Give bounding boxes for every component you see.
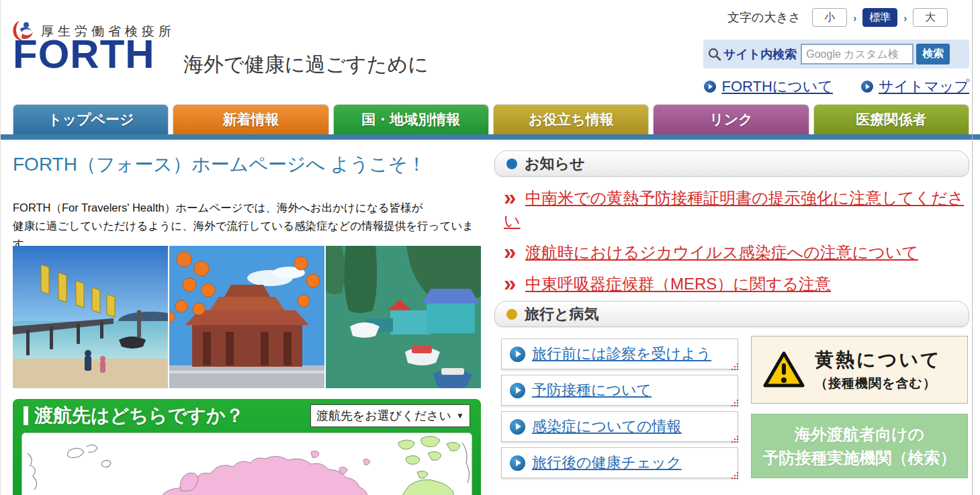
destination-selector-panel: 渡航先はどちらですか？ 渡航先をお選びください ▼ bbox=[13, 399, 481, 495]
destination-header: 渡航先はどちらですか？ 渡航先をお選びください ▼ bbox=[13, 399, 481, 433]
chevron-separator-icon: › bbox=[853, 12, 856, 24]
travel-section-header: 旅行と病気 bbox=[494, 301, 969, 327]
sitemap-link[interactable]: サイトマップ bbox=[861, 77, 969, 97]
tab-top-page[interactable]: トップページ bbox=[13, 104, 169, 134]
destination-heading: 渡航先はどちらですか？ bbox=[34, 403, 244, 429]
bullet-dot-icon bbox=[506, 309, 517, 320]
vaccination-search-line2: 予防接種実施機関（検索） bbox=[763, 446, 956, 469]
photo-temple-lanterns bbox=[169, 246, 324, 388]
text-size-small-button[interactable]: 小 bbox=[812, 8, 847, 27]
world-map[interactable] bbox=[21, 433, 472, 495]
news-section-header: お知らせ bbox=[494, 150, 969, 177]
forth-homepage: 厚生労働省検疫所 FORTH 海外で健康に過ごすために 文字の大きさ 小 › 標… bbox=[0, 0, 980, 495]
news-item[interactable]: »渡航時におけるジカウイルス感染症への注意について bbox=[494, 241, 969, 264]
travel-links: 旅行前には診察を受けよう 予防接種について 感染症についての情報 旅行後の健康チ… bbox=[501, 339, 738, 484]
arrow-circle-icon bbox=[861, 81, 873, 93]
intro-line-1: FORTH（For Travelers' Health）ホームページでは、海外へ… bbox=[13, 199, 483, 217]
utility-links: FORTHについて サイトマップ bbox=[678, 77, 969, 97]
text-size-label: 文字の大きさ bbox=[727, 9, 801, 26]
yellow-fever-banner[interactable]: 黄熱について （接種機関を含む） bbox=[751, 336, 968, 404]
news-link[interactable]: 中南米での黄熱予防接種証明書の提示強化に注意してください bbox=[504, 189, 964, 230]
travel-link-vaccination[interactable]: 予防接種について bbox=[501, 375, 738, 406]
site-tagline: 海外で健康に過ごすために bbox=[183, 51, 429, 79]
yellow-fever-subtitle: （接種機関を含む） bbox=[815, 375, 942, 392]
text-size-medium-button[interactable]: 標準 bbox=[862, 8, 897, 27]
search-label: サイト内検索 bbox=[723, 46, 797, 62]
travel-link-label: 予防接種について bbox=[532, 380, 652, 400]
bullet-dot-icon bbox=[506, 159, 517, 169]
double-chevron-icon: » bbox=[504, 242, 525, 261]
photo-floating-village bbox=[326, 246, 481, 388]
text-size-control: 文字の大きさ 小 › 標準 › 大 bbox=[727, 8, 948, 27]
welcome-heading: FORTH（フォース）ホームページへ ようこそ！ bbox=[13, 152, 427, 177]
resize-grip-icon bbox=[731, 436, 733, 437]
main-nav: トップページ 新着情報 国・地域別情報 お役立ち情報 リンク 医療関係者 bbox=[13, 104, 969, 134]
resize-grip-icon bbox=[731, 363, 733, 365]
news-item[interactable]: »中東呼吸器症候群（MERS）に関する注意 bbox=[494, 273, 969, 296]
arrow-circle-icon bbox=[510, 419, 525, 435]
double-chevron-icon: » bbox=[504, 274, 525, 293]
text-size-large-button[interactable]: 大 bbox=[913, 8, 948, 27]
double-chevron-icon: » bbox=[504, 188, 525, 207]
tab-country-info[interactable]: 国・地域別情報 bbox=[333, 104, 489, 134]
travel-link-posttravel-health[interactable]: 旅行後の健康チェック bbox=[501, 447, 738, 478]
news-link[interactable]: 渡航時におけるジカウイルス感染症への注意について bbox=[525, 243, 918, 261]
travel-link-infectious-info[interactable]: 感染症についての情報 bbox=[501, 411, 738, 442]
news-heading: お知らせ bbox=[525, 154, 585, 174]
photo-beach-pier bbox=[13, 246, 168, 388]
chevron-separator-icon: › bbox=[903, 12, 907, 24]
sitemap-label: サイトマップ bbox=[879, 77, 969, 97]
yellow-fever-title: 黄熱について bbox=[815, 347, 942, 373]
page-right-border bbox=[972, 0, 973, 495]
resize-grip-icon bbox=[731, 400, 733, 401]
tab-useful-info[interactable]: お役立ち情報 bbox=[493, 104, 649, 134]
search-icon bbox=[707, 47, 722, 62]
news-link[interactable]: 中東呼吸器症候群（MERS）に関する注意 bbox=[525, 275, 831, 293]
heading-marker bbox=[24, 406, 28, 425]
tab-medical-professionals[interactable]: 医療関係者 bbox=[813, 104, 969, 134]
search-input[interactable] bbox=[801, 44, 914, 64]
vaccination-search-line1: 海外渡航者向けの bbox=[795, 422, 924, 446]
arrow-circle-icon bbox=[510, 383, 525, 398]
arrow-circle-icon bbox=[510, 455, 525, 471]
vaccination-search-button[interactable]: 海外渡航者向けの 予防接種実施機関（検索） bbox=[751, 414, 968, 478]
travel-link-label: 旅行後の健康チェック bbox=[532, 453, 682, 473]
news-list: »中南米での黄熱予防接種証明書の提示強化に注意してください »渡航時におけるジカ… bbox=[494, 187, 969, 304]
site-search-bar: サイト内検索 検索 bbox=[703, 40, 969, 69]
about-forth-link[interactable]: FORTHについて bbox=[704, 77, 832, 97]
search-button[interactable]: 検索 bbox=[916, 44, 950, 64]
photo-strip bbox=[13, 246, 481, 388]
dropdown-arrow-icon: ▼ bbox=[456, 411, 464, 420]
arrow-circle-icon bbox=[510, 347, 525, 362]
resize-grip-icon bbox=[731, 472, 733, 474]
tab-new-info[interactable]: 新着情報 bbox=[173, 104, 328, 134]
yellow-fever-text: 黄熱について （接種機関を含む） bbox=[815, 347, 942, 392]
news-item[interactable]: »中南米での黄熱予防接種証明書の提示強化に注意してください bbox=[494, 187, 969, 232]
intro-paragraph: FORTH（For Travelers' Health）ホームページでは、海外へ… bbox=[13, 199, 483, 253]
tab-links[interactable]: リンク bbox=[653, 104, 809, 134]
destination-select-value: 渡航先をお選びください bbox=[316, 408, 451, 424]
nav-underline-bar bbox=[1, 134, 980, 140]
arrow-circle-icon bbox=[704, 81, 716, 93]
site-logo[interactable]: FORTH bbox=[13, 31, 155, 77]
travel-link-label: 感染症についての情報 bbox=[532, 416, 682, 437]
warning-icon bbox=[762, 351, 805, 390]
travel-link-label: 旅行前には診察を受けよう bbox=[532, 344, 711, 364]
travel-link-pretravel-checkup[interactable]: 旅行前には診察を受けよう bbox=[501, 339, 738, 369]
travel-heading: 旅行と病気 bbox=[525, 304, 599, 324]
about-forth-label: FORTHについて bbox=[721, 77, 832, 97]
destination-select[interactable]: 渡航先をお選びください ▼ bbox=[310, 404, 470, 427]
